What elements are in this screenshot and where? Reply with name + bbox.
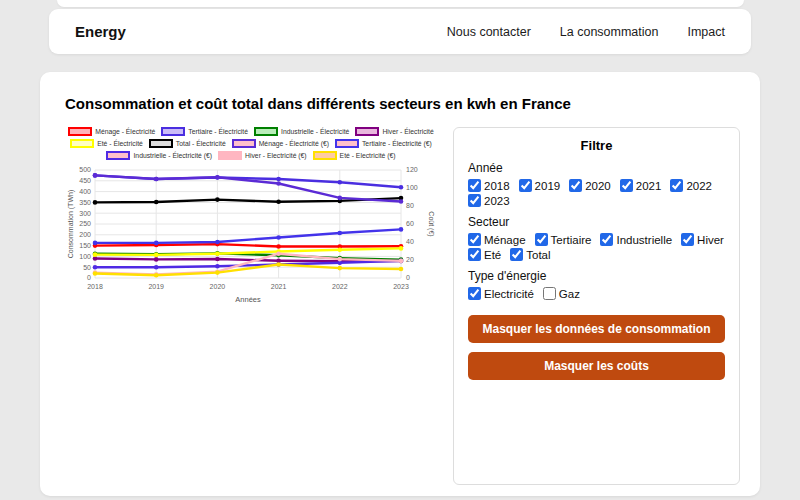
checkbox-label: Eté — [484, 249, 501, 261]
hide-consumption-button[interactable]: Masquer les données de consommation — [468, 315, 725, 343]
svg-text:500: 500 — [79, 166, 91, 173]
svg-text:200: 200 — [79, 231, 91, 238]
checkbox-gaz[interactable] — [543, 287, 556, 300]
chart-plot: 0501001502002503003504004505000204060801… — [65, 164, 437, 310]
filter-option-2018[interactable]: 2018 — [468, 179, 510, 192]
checkbox-2021[interactable] — [620, 179, 633, 192]
svg-text:80: 80 — [406, 202, 414, 209]
legend-item-menage-electricite[interactable]: Ménage - Électricité — [68, 127, 155, 136]
filter-options-secteur: MénageTertiaireIndustrielleHiverEtéTotal — [468, 233, 725, 261]
legend-swatch-icon — [254, 127, 278, 136]
checkbox-2018[interactable] — [468, 179, 481, 192]
legend-item-tertiaire-electricite[interactable]: Tertiaire - Électricité (€) — [335, 139, 432, 148]
legend-item-hiver-electricite[interactable]: Hiver - Electricité (€) — [218, 151, 307, 160]
checkbox-ete[interactable] — [468, 248, 481, 261]
hide-costs-button[interactable]: Masquer les coûts — [468, 352, 725, 380]
svg-text:250: 250 — [79, 220, 91, 227]
checkbox-label: Industrielle — [616, 234, 672, 246]
legend-label: Industrielle - Électricité (€) — [133, 152, 212, 159]
filter-option-hiver[interactable]: Hiver — [681, 233, 724, 246]
y-axis-title-left: Consommation (TWh) — [67, 190, 75, 258]
filter-option-gaz[interactable]: Gaz — [543, 287, 580, 300]
filter-option-2021[interactable]: 2021 — [620, 179, 662, 192]
checkbox-electricite[interactable] — [468, 287, 481, 300]
legend-label: Eté - Electricité (€) — [340, 152, 396, 159]
filter-option-industrielle[interactable]: Industrielle — [600, 233, 672, 246]
svg-text:350: 350 — [79, 199, 91, 206]
svg-text:150: 150 — [79, 242, 91, 249]
legend-item-total-electricite[interactable]: Total - Électricité — [149, 139, 226, 148]
y-axis-title-right: Coût (€) — [427, 211, 435, 236]
svg-text:40: 40 — [406, 238, 414, 245]
nav-item-impact[interactable]: Impact — [687, 25, 725, 39]
checkbox-label: Hiver — [697, 234, 724, 246]
checkbox-label: Electricité — [484, 288, 534, 300]
checkbox-2020[interactable] — [569, 179, 582, 192]
series-tertiaire-electricite[interactable] — [93, 227, 404, 245]
svg-text:100: 100 — [79, 253, 91, 260]
svg-text:2018: 2018 — [87, 283, 103, 290]
filter-option-2022[interactable]: 2022 — [670, 179, 712, 192]
filter-option-electricite[interactable]: Electricité — [468, 287, 534, 300]
nav-item-consommation[interactable]: La consommation — [560, 25, 659, 39]
svg-text:2020: 2020 — [210, 283, 226, 290]
checkbox-label: 2022 — [686, 180, 712, 192]
filter-groups: Année201820192020202120222023SecteurMéna… — [468, 161, 725, 300]
filter-title: Filtre — [468, 138, 725, 153]
nav-item-contact[interactable]: Nous contacter — [447, 25, 531, 39]
legend-label: Eté - Électricité — [97, 140, 143, 147]
filter-option-2023[interactable]: 2023 — [468, 194, 510, 207]
checkbox-label: 2019 — [535, 180, 561, 192]
legend-swatch-icon — [106, 151, 130, 160]
legend-item-ete-electricite[interactable]: Eté - Électricité — [70, 139, 143, 148]
checkbox-industrielle[interactable] — [600, 233, 613, 246]
checkbox-total[interactable] — [510, 248, 523, 261]
content-row: Ménage - ÉlectricitéTertiaire - Électric… — [65, 127, 740, 485]
checkbox-menage[interactable] — [468, 233, 481, 246]
filter-option-menage[interactable]: Ménage — [468, 233, 526, 246]
checkbox-2019[interactable] — [519, 179, 532, 192]
svg-text:60: 60 — [406, 220, 414, 227]
filter-option-total[interactable]: Total — [510, 248, 550, 261]
x-axis-title: Années — [235, 295, 261, 304]
legend-swatch-icon — [70, 139, 94, 148]
legend-item-hiver-electricite[interactable]: Hiver - Électricité — [355, 127, 433, 136]
legend-label: Tertiaire - Électricité — [188, 128, 248, 135]
filter-option-ete[interactable]: Eté — [468, 248, 501, 261]
brand-title: Energy — [75, 23, 126, 40]
filter-option-2019[interactable]: 2019 — [519, 179, 561, 192]
legend-item-ete-electricite[interactable]: Eté - Electricité (€) — [313, 151, 396, 160]
legend-swatch-icon — [335, 139, 359, 148]
checkbox-label: Tertiaire — [551, 234, 592, 246]
checkbox-tertiaire[interactable] — [535, 233, 548, 246]
legend-swatch-icon — [232, 139, 256, 148]
legend-item-tertiaire-electricite[interactable]: Tertiaire - Électricité — [161, 127, 248, 136]
legend-swatch-icon — [161, 127, 185, 136]
legend-item-menage-electricite[interactable]: Ménage - Électricité (€) — [232, 139, 329, 148]
legend-label: Industrielle - Électricité — [281, 128, 349, 135]
page-title: Consommation et coût total dans différen… — [65, 95, 740, 112]
checkbox-2022[interactable] — [670, 179, 683, 192]
checkbox-label: 2023 — [484, 195, 510, 207]
filter-option-2020[interactable]: 2020 — [569, 179, 611, 192]
filter-option-tertiaire[interactable]: Tertiaire — [535, 233, 592, 246]
checkbox-label: 2020 — [585, 180, 611, 192]
checkbox-label: 2021 — [636, 180, 662, 192]
checkbox-label: Ménage — [484, 234, 526, 246]
header: Energy Nous contacter La consommation Im… — [49, 9, 751, 54]
legend-label: Hiver - Electricité (€) — [245, 152, 307, 159]
previous-card-edge — [57, 0, 744, 7]
checkbox-label: Gaz — [559, 288, 580, 300]
series-total-electricite[interactable] — [93, 196, 404, 205]
svg-text:2019: 2019 — [148, 283, 164, 290]
legend-item-industrielle-electricite[interactable]: Industrielle - Électricité — [254, 127, 349, 136]
filter-group-label-type-d-energie: Type d'énergie — [468, 269, 725, 283]
checkbox-2023[interactable] — [468, 194, 481, 207]
legend-swatch-icon — [68, 127, 92, 136]
checkbox-label: Total — [526, 249, 550, 261]
svg-text:400: 400 — [79, 188, 91, 195]
legend-item-industrielle-electricite[interactable]: Industrielle - Électricité (€) — [106, 151, 212, 160]
svg-text:0: 0 — [87, 274, 91, 281]
checkbox-hiver[interactable] — [681, 233, 694, 246]
svg-text:50: 50 — [83, 264, 91, 271]
